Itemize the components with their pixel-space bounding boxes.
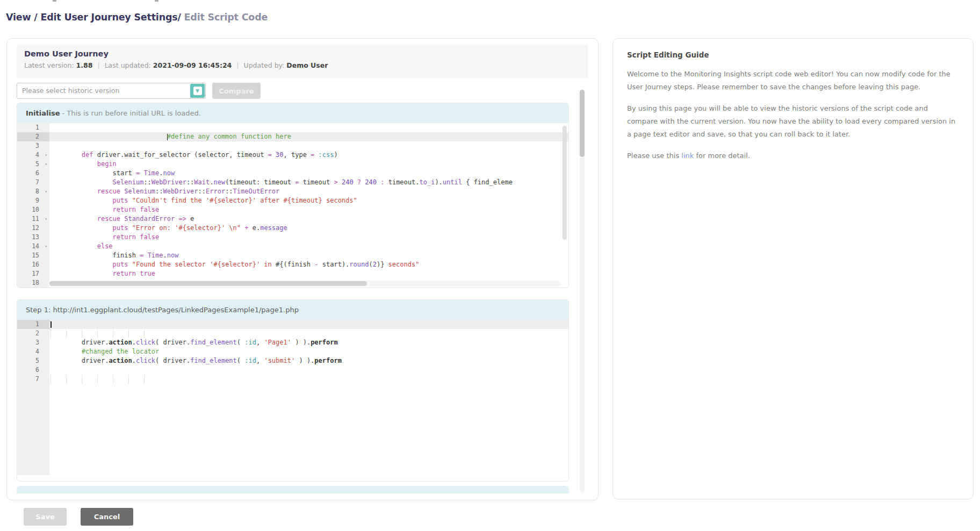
line-number: 8▾	[17, 187, 49, 196]
initialise-header: Initialise - This is run before initial …	[17, 103, 568, 123]
line-number	[17, 429, 49, 439]
step-1-code-area[interactable]: 123driver.action.click( driver.find_elem…	[17, 320, 568, 475]
line-number: 1	[17, 123, 49, 132]
vertical-scrollbar-thumb[interactable]	[580, 90, 585, 157]
code-line	[17, 466, 568, 475]
last-updated-label: Last updated:	[105, 61, 151, 69]
line-number: 15	[17, 251, 49, 260]
code-line: 11▾rescue StandardError => e	[17, 214, 568, 224]
journey-name: Demo User Journey	[24, 49, 581, 58]
code-line: 16puts "Found the selector '#{selector}'…	[17, 260, 568, 269]
code-line: 12puts "Error on: '#{selector}' \n" + e.…	[17, 224, 568, 233]
line-number: 6	[17, 169, 49, 178]
updated-by-label: Updated by:	[244, 61, 285, 69]
step-1-header: Step 1: http://int1.eggplant.cloud/testP…	[17, 300, 568, 320]
code-line: 3	[17, 141, 568, 150]
code-line: 4#changed the locator	[17, 347, 568, 356]
editor-vertical-scrollbar-thumb[interactable]	[563, 126, 567, 240]
code-line: 14▾else	[17, 242, 568, 251]
last-updated-value: 2021-09-09 16:45:24	[153, 61, 232, 69]
line-number: 3	[17, 338, 49, 347]
line-number	[17, 384, 49, 393]
line-number: 3	[17, 141, 49, 150]
cancel-button[interactable]: Cancel	[81, 508, 133, 526]
code-line: 15finish = Time.now	[17, 251, 568, 260]
historic-version-select[interactable]: Please select historic version ▼	[17, 83, 206, 99]
line-number: 7	[17, 375, 49, 384]
line-number: 5▾	[17, 160, 49, 169]
line-number: 10	[17, 205, 49, 214]
fold-arrow-icon[interactable]: ▾	[45, 242, 47, 251]
journey-meta: Latest version: 1.88 | Last updated: 202…	[24, 61, 581, 69]
line-number	[17, 439, 49, 448]
initialise-editor: Initialise - This is run before initial …	[17, 103, 569, 288]
code-line: 7Selenium::WebDriver::Wait.new(timeout: …	[17, 178, 568, 187]
compare-button[interactable]: Compare	[212, 83, 261, 99]
vertical-scrollbar[interactable]	[580, 90, 585, 493]
updated-by-value: Demo User	[286, 61, 328, 69]
line-number: 2	[17, 132, 49, 141]
line-number: 14▾	[17, 242, 49, 251]
guide-panel: Script Editing Guide Welcome to the Moni…	[612, 38, 974, 499]
code-line	[17, 402, 568, 411]
clipped-text-fragment	[53, 0, 56, 2]
line-number: 4	[17, 347, 49, 356]
guide-paragraph-2: By using this page you will be able to v…	[627, 102, 959, 141]
historic-version-placeholder: Please select historic version	[22, 87, 119, 95]
code-line: 4▾def driver.wait_for_selector (selector…	[17, 150, 568, 160]
code-line	[17, 448, 568, 457]
code-line: 17return true	[17, 269, 568, 278]
horizontal-scrollbar-thumb[interactable]	[49, 281, 367, 286]
code-line: 2#define any common function here	[17, 132, 568, 141]
code-line	[17, 393, 568, 402]
code-line: 5▾begin	[17, 160, 568, 169]
horizontal-scrollbar[interactable]	[49, 281, 561, 286]
initialise-code-area[interactable]: 12#define any common function here34▾def…	[17, 123, 568, 288]
code-line	[17, 439, 568, 448]
step-1-editor: Step 1: http://int1.eggplant.cloud/testP…	[17, 299, 569, 482]
page-title: View / Edit User Journey Settings/ Edit …	[6, 12, 268, 23]
clipped-text-fragment	[155, 0, 158, 2]
text-cursor	[51, 321, 52, 328]
code-line: 1	[17, 320, 568, 329]
guide-title: Script Editing Guide	[627, 51, 959, 59]
code-line: 6start = Time.now	[17, 169, 568, 178]
line-number: 9	[17, 196, 49, 205]
select-dropdown-button[interactable]: ▼	[190, 84, 205, 98]
line-number: 4▾	[17, 150, 49, 160]
code-line: 10return false	[17, 205, 568, 214]
fold-arrow-icon[interactable]: ▾	[45, 214, 47, 224]
code-line: 1	[17, 123, 568, 132]
line-number	[17, 411, 49, 420]
code-line	[17, 457, 568, 466]
fold-arrow-icon[interactable]: ▾	[45, 150, 47, 160]
fold-arrow-icon[interactable]: ▾	[45, 187, 47, 196]
line-number: 17	[17, 269, 49, 278]
line-number: 6	[17, 365, 49, 375]
breadcrumb-primary: View / Edit User Journey Settings/	[6, 12, 181, 23]
breadcrumb-secondary: Edit Script Code	[181, 12, 268, 23]
more-detail-link[interactable]: link	[681, 152, 694, 160]
code-line	[17, 411, 568, 420]
code-line	[17, 384, 568, 393]
code-line: 7	[17, 375, 568, 384]
line-number: 18	[17, 278, 49, 288]
line-number	[17, 393, 49, 402]
next-step-section-clipped	[17, 486, 569, 493]
line-number	[17, 466, 49, 475]
line-number	[17, 448, 49, 457]
line-number: 16	[17, 260, 49, 269]
line-number: 2	[17, 329, 49, 338]
script-editor-panel: Demo User Journey Latest version: 1.88 |…	[6, 38, 599, 500]
code-line: 13return false	[17, 233, 568, 242]
fold-arrow-icon[interactable]: ▾	[45, 160, 47, 169]
code-line: 6	[17, 365, 568, 375]
line-number: 5	[17, 356, 49, 365]
latest-version-value: 1.88	[76, 61, 93, 69]
code-line: 5driver.action.click( driver.find_elemen…	[17, 356, 568, 365]
line-number	[17, 402, 49, 411]
save-button[interactable]: Save	[24, 508, 67, 526]
code-line: 3driver.action.click( driver.find_elemen…	[17, 338, 568, 347]
code-line: 9puts "Couldn't find the '#{selector}' a…	[17, 196, 568, 205]
line-number	[17, 457, 49, 466]
